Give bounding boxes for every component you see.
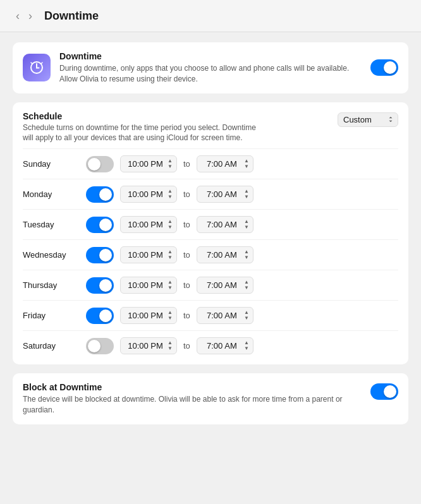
nav-arrows: ‹ › <box>13 9 35 23</box>
downtime-title: Downtime <box>59 51 362 61</box>
to-time-monday[interactable]: 7:00 AM ▲ ▼ <box>197 186 253 203</box>
from-time-text: 10:00 PM <box>125 311 166 320</box>
to-time-stepper[interactable]: ▲ ▼ <box>244 310 249 321</box>
to-label: to <box>183 341 190 351</box>
schedule-mode-wrapper: Custom Every Day Weekends Weekdays <box>338 112 398 127</box>
from-time-text: 10:00 PM <box>125 220 166 229</box>
from-time-text: 10:00 PM <box>125 341 166 351</box>
svg-line-4 <box>41 63 42 64</box>
to-time-stepper[interactable]: ▲ ▼ <box>244 159 249 169</box>
from-time-up[interactable]: ▲ <box>168 310 173 315</box>
back-button[interactable]: ‹ <box>13 9 23 23</box>
day-label-monday: Monday <box>23 189 80 199</box>
to-time-down[interactable]: ▼ <box>244 316 249 321</box>
from-time-stepper[interactable]: ▲ ▼ <box>168 189 173 200</box>
from-time-stepper[interactable]: ▲ ▼ <box>168 219 173 230</box>
schedule-title: Schedule <box>23 111 263 121</box>
day-toggle-saturday[interactable] <box>86 338 114 354</box>
day-row: Saturday 10:00 PM ▲ ▼ to 7:00 AM ▲ ▼ <box>23 330 398 361</box>
from-time-down[interactable]: ▼ <box>168 225 173 230</box>
to-time-tuesday[interactable]: 7:00 AM ▲ ▼ <box>197 216 253 233</box>
from-time-up[interactable]: ▲ <box>168 280 173 285</box>
to-time-stepper[interactable]: ▲ ▼ <box>244 249 249 260</box>
day-toggle-sunday[interactable] <box>86 156 114 172</box>
block-description: The device will be blocked at downtime. … <box>23 394 364 416</box>
page-title: Downtime <box>44 9 99 23</box>
day-toggle-wednesday[interactable] <box>86 247 114 263</box>
from-time-up[interactable]: ▲ <box>168 340 173 345</box>
to-time-thursday[interactable]: 7:00 AM ▲ ▼ <box>197 277 253 294</box>
to-label: to <box>183 250 190 260</box>
to-label: to <box>183 189 190 199</box>
to-time-down[interactable]: ▼ <box>244 164 249 169</box>
to-time-up[interactable]: ▲ <box>244 280 249 285</box>
day-toggle-friday[interactable] <box>86 308 114 324</box>
from-time-saturday[interactable]: 10:00 PM ▲ ▼ <box>120 337 177 354</box>
from-time-up[interactable]: ▲ <box>168 219 173 224</box>
to-time-up[interactable]: ▲ <box>244 249 249 255</box>
to-time-wednesday[interactable]: 7:00 AM ▲ ▼ <box>197 246 253 263</box>
to-time-up[interactable]: ▲ <box>244 219 249 224</box>
to-time-text: 7:00 AM <box>201 159 243 169</box>
to-time-text: 7:00 AM <box>201 311 243 320</box>
from-time-stepper[interactable]: ▲ ▼ <box>168 310 173 321</box>
block-at-downtime-toggle[interactable] <box>370 383 398 400</box>
day-row: Friday 10:00 PM ▲ ▼ to 7:00 AM ▲ ▼ <box>23 300 398 330</box>
to-time-down[interactable]: ▼ <box>244 225 249 230</box>
from-time-down[interactable]: ▼ <box>168 346 173 351</box>
to-time-stepper[interactable]: ▲ ▼ <box>244 219 249 230</box>
to-time-down[interactable]: ▼ <box>244 285 249 291</box>
from-time-down[interactable]: ▼ <box>168 164 173 169</box>
to-time-stepper[interactable]: ▲ ▼ <box>244 189 249 200</box>
downtime-card: Downtime During downtime, only apps that… <box>13 42 408 93</box>
day-label-saturday: Saturday <box>23 341 80 351</box>
from-time-stepper[interactable]: ▲ ▼ <box>168 280 173 291</box>
header: ‹ › Downtime <box>0 0 421 32</box>
from-time-stepper[interactable]: ▲ ▼ <box>168 159 173 169</box>
to-time-up[interactable]: ▲ <box>244 310 249 315</box>
to-time-down[interactable]: ▼ <box>244 195 249 200</box>
to-time-sunday[interactable]: 7:00 AM ▲ ▼ <box>197 155 253 172</box>
schedule-description: Schedule turns on downtime for the time … <box>23 123 263 144</box>
day-label-tuesday: Tuesday <box>23 220 80 229</box>
from-time-sunday[interactable]: 10:00 PM ▲ ▼ <box>120 155 177 172</box>
from-time-down[interactable]: ▼ <box>168 285 173 291</box>
day-row: Monday 10:00 PM ▲ ▼ to 7:00 AM ▲ ▼ <box>23 179 398 209</box>
to-time-up[interactable]: ▲ <box>244 189 249 194</box>
from-time-down[interactable]: ▼ <box>168 195 173 200</box>
from-time-friday[interactable]: 10:00 PM ▲ ▼ <box>120 307 177 324</box>
from-time-up[interactable]: ▲ <box>168 189 173 194</box>
to-time-up[interactable]: ▲ <box>244 159 249 164</box>
from-time-down[interactable]: ▼ <box>168 316 173 321</box>
from-time-down[interactable]: ▼ <box>168 255 173 260</box>
day-toggle-tuesday[interactable] <box>86 217 114 233</box>
schedule-title-block: Schedule Schedule turns on downtime for … <box>23 111 263 144</box>
to-time-friday[interactable]: 7:00 AM ▲ ▼ <box>197 307 253 324</box>
from-time-up[interactable]: ▲ <box>168 159 173 164</box>
to-time-stepper[interactable]: ▲ ▼ <box>244 340 249 351</box>
to-time-text: 7:00 AM <box>201 280 243 290</box>
day-label-sunday: Sunday <box>23 159 80 169</box>
from-time-stepper[interactable]: ▲ ▼ <box>168 340 173 351</box>
downtime-description: During downtime, only apps that you choo… <box>59 63 362 85</box>
to-time-up[interactable]: ▲ <box>244 340 249 345</box>
day-row: Tuesday 10:00 PM ▲ ▼ to 7:00 AM ▲ ▼ <box>23 209 398 239</box>
to-time-down[interactable]: ▼ <box>244 346 249 351</box>
from-time-up[interactable]: ▲ <box>168 249 173 255</box>
from-time-tuesday[interactable]: 10:00 PM ▲ ▼ <box>120 216 177 233</box>
downtime-toggle[interactable] <box>370 59 398 76</box>
to-time-text: 7:00 AM <box>201 220 243 229</box>
from-time-thursday[interactable]: 10:00 PM ▲ ▼ <box>120 277 177 294</box>
day-toggle-monday[interactable] <box>86 186 114 203</box>
to-time-text: 7:00 AM <box>201 189 243 199</box>
from-time-text: 10:00 PM <box>125 280 166 290</box>
to-time-stepper[interactable]: ▲ ▼ <box>244 280 249 291</box>
to-time-saturday[interactable]: 7:00 AM ▲ ▼ <box>197 337 253 354</box>
forward-button[interactable]: › <box>25 9 35 23</box>
from-time-wednesday[interactable]: 10:00 PM ▲ ▼ <box>120 246 177 263</box>
to-time-down[interactable]: ▼ <box>244 255 249 260</box>
day-toggle-thursday[interactable] <box>86 277 114 294</box>
from-time-monday[interactable]: 10:00 PM ▲ ▼ <box>120 186 177 203</box>
schedule-mode-select[interactable]: Custom Every Day Weekends Weekdays <box>338 112 398 127</box>
from-time-stepper[interactable]: ▲ ▼ <box>168 249 173 260</box>
